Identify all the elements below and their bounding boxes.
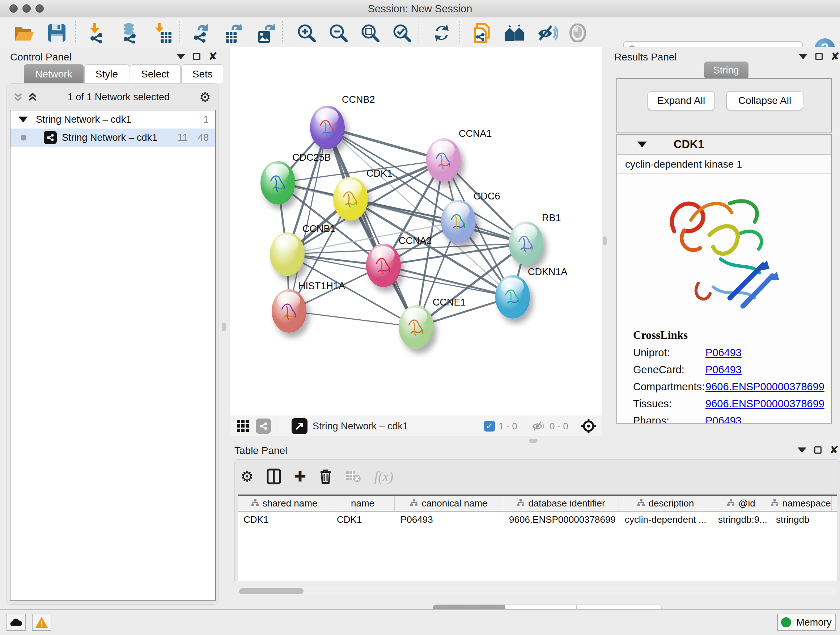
network-node-HIST1H1A[interactable] xyxy=(272,289,306,333)
column-header-shared-name[interactable]: shared name xyxy=(238,496,331,511)
close-panel-icon[interactable]: ✘ xyxy=(831,53,840,60)
float-panel-icon[interactable] xyxy=(814,447,821,454)
table-hscrollbar-thumb[interactable] xyxy=(239,588,303,594)
node-table: shared namenamecanonical namedatabase id… xyxy=(238,494,837,581)
hierarchy-icon xyxy=(637,498,645,509)
crosslink-link[interactable]: 9606.ENSP00000378699 xyxy=(706,398,824,410)
zoom-out-button[interactable] xyxy=(327,22,349,43)
column-header--id[interactable]: @id xyxy=(712,496,770,511)
show-all-button[interactable] xyxy=(567,22,589,43)
results-node-box: CDK1 cyclin-dependent kinase 1 xyxy=(616,134,832,424)
close-panel-icon[interactable]: ✘ xyxy=(208,53,218,60)
collapse-panel-icon[interactable] xyxy=(798,448,806,453)
toolbar-separator xyxy=(180,21,180,43)
network-overview-icon[interactable] xyxy=(256,418,271,434)
float-panel-icon[interactable] xyxy=(815,53,823,60)
hierarchy-icon xyxy=(727,498,735,509)
network-row[interactable]: String Network – cdk1 11 48 xyxy=(11,128,215,147)
network-node-CDC6[interactable] xyxy=(441,200,476,243)
tab-sets[interactable]: Sets xyxy=(181,65,224,83)
crosslink-link[interactable]: P06493 xyxy=(706,347,742,359)
hierarchy-icon xyxy=(516,498,524,509)
collapse-all-icon[interactable] xyxy=(13,92,24,103)
clone-network-button[interactable] xyxy=(471,22,493,43)
crosslink-link[interactable]: P06493 xyxy=(706,415,742,424)
import-table-file-button[interactable] xyxy=(151,22,174,43)
network-current-dot xyxy=(21,135,27,141)
tab-string[interactable]: String xyxy=(704,62,748,79)
left-splitter-handle[interactable] xyxy=(222,323,226,331)
export-table-button[interactable] xyxy=(223,22,245,43)
cloud-status-button[interactable] xyxy=(6,614,26,631)
expand-all-icon[interactable] xyxy=(27,92,38,103)
network-node-CCNB1[interactable] xyxy=(270,233,305,276)
zoom-in-button[interactable] xyxy=(295,22,317,43)
warnings-button[interactable] xyxy=(32,614,51,631)
show-columns-icon[interactable] xyxy=(267,469,281,485)
network-node-CDK1[interactable] xyxy=(333,177,368,220)
zoom-selected-button[interactable] xyxy=(391,22,413,43)
selected-nodes-checkbox-icon[interactable]: ✓ xyxy=(484,421,495,432)
column-header-database-identifier[interactable]: database identifier xyxy=(503,496,619,511)
export-network-button[interactable] xyxy=(190,22,213,43)
right-splitter-handle[interactable] xyxy=(603,236,607,245)
network-options-gear-icon[interactable]: ⚙ xyxy=(199,90,211,105)
collection-expand-icon[interactable] xyxy=(19,117,28,122)
tab-select[interactable]: Select xyxy=(130,65,180,83)
gene-collapse-icon[interactable] xyxy=(638,141,647,147)
collapse-panel-icon[interactable] xyxy=(177,54,185,59)
save-session-button[interactable] xyxy=(46,22,68,43)
network-edge[interactable] xyxy=(327,127,416,327)
import-network-database-button[interactable] xyxy=(118,22,141,43)
bottom-splitter-handle[interactable] xyxy=(529,439,538,443)
network-node-RB1[interactable] xyxy=(508,222,543,265)
network-node-CCNB2[interactable] xyxy=(310,106,345,149)
table-cell: cyclin-dependent ... xyxy=(619,511,712,527)
column-header-canonical-name[interactable]: canonical name xyxy=(395,496,503,511)
collapse-all-button[interactable]: Collapse All xyxy=(726,91,803,110)
network-collection-row[interactable]: String Network – cdk1 1 xyxy=(11,111,215,128)
column-header-name[interactable]: name xyxy=(331,496,395,511)
collapse-panel-icon[interactable] xyxy=(799,54,807,59)
network-node-CDC25B[interactable] xyxy=(261,161,295,204)
network-node-CDKN1A[interactable] xyxy=(495,275,530,318)
add-column-icon[interactable]: ✚ xyxy=(294,469,306,484)
memory-button[interactable]: Memory xyxy=(777,614,836,631)
first-neighbors-button[interactable] xyxy=(504,22,526,43)
float-panel-icon[interactable] xyxy=(193,53,201,60)
refresh-view-button[interactable] xyxy=(431,22,453,43)
column-header-description[interactable]: description xyxy=(619,496,712,511)
network-edge[interactable] xyxy=(289,311,416,327)
gene-section-header[interactable]: CDK1 xyxy=(617,135,831,155)
network-canvas[interactable]: CCNB2CCNA1CDC25BCDK1CDC6RB1CCNB1CCNA2CDK… xyxy=(230,47,602,416)
network-node-CCNE1[interactable] xyxy=(399,305,433,348)
network-edges xyxy=(230,47,602,416)
column-header-namespace[interactable]: namespace xyxy=(770,496,832,511)
grid-view-icon[interactable] xyxy=(236,419,250,433)
network-node-CCNA2[interactable] xyxy=(366,244,401,287)
birds-eye-icon[interactable] xyxy=(581,418,597,434)
zoom-fit-button[interactable] xyxy=(359,22,381,43)
string-network-icon xyxy=(44,131,57,144)
crosslink-row: Compartments:9606.ENSP00000378699 xyxy=(633,381,831,393)
network-node-CCNA1[interactable] xyxy=(426,138,461,182)
expand-all-button[interactable]: Expand All xyxy=(647,91,715,110)
table-cell: stringdb xyxy=(770,511,832,527)
import-network-file-button[interactable] xyxy=(86,22,109,43)
table-options-gear-icon[interactable]: ⚙ xyxy=(240,469,254,484)
tab-style[interactable]: Style xyxy=(84,65,129,83)
tab-network[interactable]: Network xyxy=(24,65,84,83)
hide-selected-button[interactable] xyxy=(536,22,559,43)
results-panel: Results Panel ✘ String Expand All Collap… xyxy=(608,47,840,443)
delete-column-icon[interactable] xyxy=(319,469,332,485)
crosslink-link[interactable]: P06493 xyxy=(706,364,742,376)
crosslink-row: Tissues:9606.ENSP00000378699 xyxy=(633,398,831,410)
crosslink-row: Pharos:P06493 xyxy=(633,415,831,424)
table-cell: stringdb:9... xyxy=(712,511,770,527)
export-image-button[interactable] xyxy=(256,22,278,43)
close-panel-icon[interactable]: ✘ xyxy=(829,447,838,454)
crosslink-link[interactable]: 9606.ENSP00000378699 xyxy=(706,381,824,393)
open-session-button[interactable] xyxy=(13,22,35,43)
detach-view-icon[interactable] xyxy=(292,418,308,434)
table-row[interactable]: CDK1CDK1P064939606.ENSP00000378699cyclin… xyxy=(238,511,837,527)
